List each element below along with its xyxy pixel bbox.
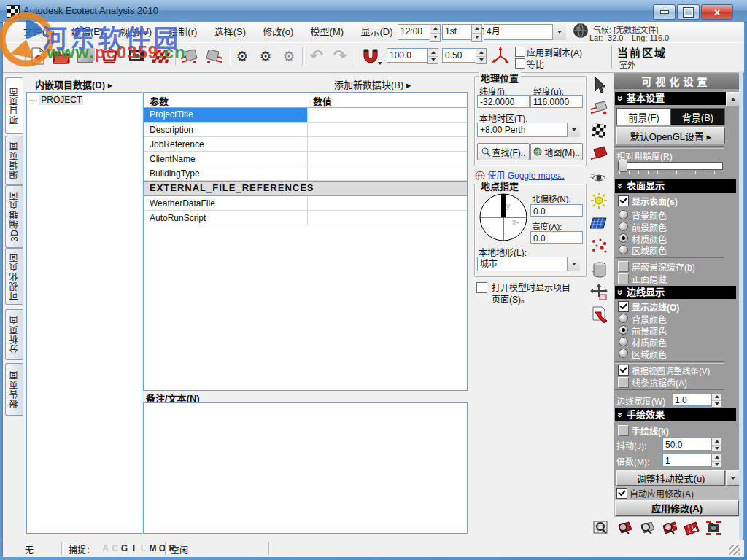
table-row[interactable]: WeatherDataFile <box>144 196 467 211</box>
open-file-button[interactable] <box>51 46 71 66</box>
depth-buffer-checkbox[interactable] <box>618 261 629 272</box>
tab-edit-page[interactable]: 编辑页面 <box>5 136 23 185</box>
param-name[interactable]: Description <box>150 123 193 136</box>
apply-to-copy-checkbox[interactable] <box>515 47 525 57</box>
north-compass[interactable]: y x <box>479 192 528 242</box>
timezone-select[interactable]: +8:00 Perth <box>477 122 572 137</box>
tree-item-project[interactable]: ···· PROJECT <box>27 93 142 107</box>
panel-scroll-down-button[interactable] <box>726 470 740 486</box>
snap-letter[interactable]: A <box>101 543 110 553</box>
tab-3d-edit-page[interactable]: 3D编辑页面 <box>5 185 23 248</box>
adjust-lines-checkbox[interactable] <box>618 365 629 376</box>
show-edges-checkbox[interactable] <box>618 301 629 312</box>
zoom-object-button[interactable] <box>637 518 657 538</box>
snap-stepper[interactable] <box>427 48 438 64</box>
snap-magnet-button[interactable] <box>359 46 382 66</box>
north-offset-input[interactable]: 0.0 <box>530 204 583 217</box>
snap-value-input[interactable]: 100.0 <box>387 48 430 63</box>
section-surface-display[interactable]: »表面显示 <box>615 179 736 192</box>
section-edge-display[interactable]: »边线显示 <box>615 286 736 299</box>
menu-view[interactable]: 视图(V) <box>113 22 159 42</box>
grid-stepper[interactable] <box>476 48 487 64</box>
move-zone-button[interactable] <box>589 98 609 118</box>
zones-button[interactable] <box>589 143 609 163</box>
param-value[interactable] <box>307 152 467 166</box>
param-value[interactable] <box>307 196 467 210</box>
column-header-value[interactable]: 数值 <box>313 94 332 108</box>
find-button[interactable]: 查找(F).. <box>477 143 530 160</box>
view-rotate-button[interactable] <box>681 518 702 538</box>
surface-option-label[interactable]: 材质颜色 <box>632 233 667 245</box>
section-sketch-effects[interactable]: »手绘效果 <box>615 408 736 421</box>
section-basic-settings[interactable]: »基本设置 <box>615 92 736 105</box>
axis-snap-button[interactable] <box>489 46 512 66</box>
foreground-button[interactable]: 前景(F) <box>616 108 671 125</box>
table-row[interactable]: JobReference <box>144 137 467 152</box>
param-name[interactable]: BuildingType <box>150 167 200 180</box>
delete-tool-button[interactable] <box>589 260 609 280</box>
tab-report-page[interactable]: 报告页面 <box>5 363 23 416</box>
latitude-input[interactable]: -32.0000 <box>477 95 530 108</box>
param-name[interactable]: AutoRunScript <box>150 211 206 225</box>
select-tool-button[interactable] <box>589 75 609 96</box>
snap-letter[interactable]: C <box>110 543 120 553</box>
particles-button[interactable] <box>589 236 609 256</box>
column-header-param[interactable]: 参数 <box>150 94 169 108</box>
zone-forward-button[interactable] <box>179 46 200 66</box>
edge-material-color-radio[interactable] <box>619 337 628 346</box>
print-button[interactable] <box>99 46 120 66</box>
grid-value-input[interactable]: 0.50 <box>442 48 479 63</box>
day-stepper[interactable] <box>471 24 482 42</box>
menu-select[interactable]: 选择(S) <box>207 22 253 42</box>
month-select[interactable]: 4月 <box>484 24 557 40</box>
param-value[interactable] <box>307 166 467 180</box>
display-settings-button[interactable] <box>127 46 147 66</box>
edge-option-label[interactable]: 区域颜色 <box>632 348 667 360</box>
param-name-selected[interactable]: ProjectTitle <box>144 108 307 122</box>
auto-apply-checkbox[interactable] <box>616 488 627 499</box>
redo-button[interactable]: ↷ <box>330 46 350 66</box>
multiple-input[interactable]: 1 <box>662 454 712 467</box>
tab-visualize-page[interactable]: 可视化页面 <box>5 248 23 305</box>
notes-textarea[interactable] <box>143 402 468 534</box>
sketch-button[interactable]: ⚙ <box>279 46 299 66</box>
transform-tool-button[interactable] <box>589 282 609 303</box>
month-dropdown-icon[interactable] <box>552 24 566 40</box>
snap-letter[interactable]: L <box>139 543 148 553</box>
jitter-stepper[interactable] <box>711 438 722 452</box>
param-value[interactable] <box>307 108 467 122</box>
sketch-line-checkbox[interactable] <box>618 425 629 436</box>
add-data-block-button[interactable]: 添加新数据块(B) ▸ <box>334 77 411 91</box>
menu-draw[interactable]: 绘制(r) <box>161 22 204 42</box>
timezone-dropdown-icon[interactable] <box>567 122 580 137</box>
run-calc-button[interactable]: ⚙ <box>232 46 252 66</box>
param-name[interactable]: ClientName <box>150 152 196 166</box>
menu-model[interactable]: 模型(M) <box>303 22 352 42</box>
time-input[interactable]: 12:00 <box>398 24 433 40</box>
surface-material-color-radio[interactable] <box>619 233 628 243</box>
close-button[interactable]: × <box>701 4 733 20</box>
toolbar-grip[interactable] <box>22 47 26 66</box>
panel-scroll-up-button[interactable] <box>726 92 740 106</box>
terrain-dropdown-icon[interactable] <box>567 257 580 271</box>
restore-button[interactable] <box>677 4 700 20</box>
edge-width-input[interactable]: 1.0 <box>672 393 713 406</box>
new-file-button[interactable] <box>28 46 48 66</box>
jitter-input[interactable]: 50.0 <box>662 438 712 451</box>
show-surfaces-checkbox[interactable] <box>618 195 629 206</box>
tab-analysis-page[interactable]: 分析页面 <box>5 309 23 360</box>
table-row[interactable]: ClientName <box>144 152 467 166</box>
snapshot-button[interactable] <box>703 518 724 538</box>
minimize-button[interactable] <box>653 4 676 20</box>
uniform-checkbox[interactable] <box>515 58 525 69</box>
visibility-button[interactable] <box>589 168 609 188</box>
materials-button[interactable] <box>589 120 609 141</box>
map-button[interactable]: 地图(M).. <box>530 143 583 160</box>
table-row[interactable]: ProjectTitle <box>144 108 467 122</box>
snap-letter[interactable]: G <box>120 543 129 553</box>
edge-option-label[interactable]: 前景颜色 <box>632 324 667 337</box>
terrain-select[interactable]: 城市 <box>477 257 572 271</box>
surface-bg-color-radio[interactable] <box>619 210 628 219</box>
edge-zone-color-radio[interactable] <box>619 349 628 358</box>
antialias-checkbox[interactable] <box>618 377 629 388</box>
